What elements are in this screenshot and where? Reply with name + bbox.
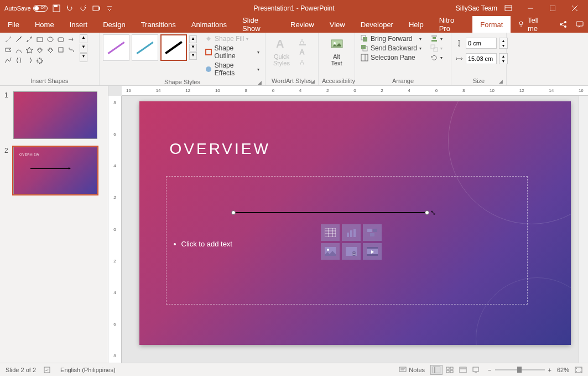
tab-format[interactable]: Format — [472, 16, 511, 33]
minimize-button[interactable] — [519, 0, 542, 16]
alt-text-button[interactable]: Alt Text — [324, 34, 350, 69]
vertical-scrollbar[interactable] — [579, 96, 588, 363]
svg-rect-1 — [54, 5, 58, 7]
shape-fill-button[interactable]: Shape Fill▾ — [202, 34, 262, 43]
user-name[interactable]: SillySac Team — [456, 4, 497, 12]
rotate-button[interactable]: ▾ — [428, 53, 445, 62]
tab-review[interactable]: Review — [283, 16, 322, 33]
slide-thumbnail-panel[interactable]: 1 2 OVERVIEW — [0, 86, 108, 363]
undo-icon[interactable] — [65, 4, 74, 13]
normal-view-button[interactable] — [430, 365, 443, 375]
tab-nitro[interactable]: Nitro Pro — [431, 16, 473, 33]
svg-rect-31 — [363, 37, 367, 42]
align-button[interactable]: ▾ — [428, 34, 445, 43]
svg-rect-72 — [450, 370, 453, 373]
slide-title[interactable]: OVERVIEW — [170, 140, 270, 158]
autosave-label: AutoSave — [4, 5, 31, 12]
styles-more-icon[interactable]: ▾ — [189, 52, 197, 60]
insert-chart-icon[interactable] — [342, 224, 361, 241]
svg-rect-64 — [399, 367, 406, 372]
width-input[interactable] — [466, 53, 497, 64]
bring-forward-button[interactable]: Bring Forward▾ — [358, 34, 424, 43]
selection-pane-button[interactable]: Selection Pane — [358, 53, 424, 62]
tab-slideshow[interactable]: Slide Show — [235, 16, 283, 33]
text-outline-button: A — [296, 47, 310, 57]
styles-up-icon[interactable]: ▲ — [189, 35, 197, 43]
wordart-launcher-icon[interactable]: ◢ — [311, 79, 315, 84]
slide-counter[interactable]: Slide 2 of 2 — [6, 367, 36, 373]
slide-sorter-view-button[interactable] — [444, 365, 456, 375]
slide-canvas[interactable]: OVERVIEW ⤡ Click to add text — [139, 101, 571, 345]
insert-table-icon[interactable] — [321, 224, 340, 241]
shape-effects-button[interactable]: Shape Effects▾ — [202, 61, 262, 78]
tab-home[interactable]: Home — [27, 16, 62, 33]
reading-view-button[interactable] — [457, 365, 469, 375]
insert-online-pictures-icon[interactable] — [342, 243, 361, 260]
slide-thumbnail-1[interactable] — [13, 91, 97, 139]
shape-styles-launcher-icon[interactable]: ◢ — [258, 80, 262, 85]
gallery-down-icon[interactable]: ▼ — [80, 44, 87, 53]
svg-rect-75 — [473, 367, 478, 372]
spell-check-icon[interactable] — [44, 366, 53, 374]
width-up[interactable]: ▲ — [499, 54, 507, 59]
insert-smartart-icon[interactable] — [363, 224, 382, 241]
zoom-in-button[interactable]: + — [548, 367, 551, 373]
zoom-level[interactable]: 62% — [557, 367, 569, 373]
svg-point-56 — [327, 249, 329, 251]
group-shape-styles: Shape Styles◢ — [103, 78, 262, 86]
autosave-toggle[interactable]: AutoSave Off — [4, 5, 48, 12]
content-placeholder-text[interactable]: Click to add text — [174, 240, 233, 248]
ribbon-display-icon[interactable] — [504, 4, 513, 13]
shape-styles-gallery[interactable]: ▲ ▼ ▾ — [103, 34, 197, 61]
fit-to-window-button[interactable] — [575, 367, 582, 373]
tab-view[interactable]: View — [322, 16, 353, 33]
maximize-button[interactable] — [542, 0, 564, 16]
size-launcher-icon[interactable]: ◢ — [499, 79, 503, 84]
share-icon[interactable] — [555, 20, 571, 29]
shapes-gallery[interactable] — [3, 34, 76, 65]
start-from-beginning-icon[interactable] — [92, 4, 101, 13]
redo-icon[interactable] — [79, 4, 87, 13]
horizontal-ruler[interactable]: 1614121086420246810121416 — [122, 86, 588, 96]
fill-icon — [205, 35, 212, 43]
insert-video-icon[interactable] — [363, 243, 382, 260]
language-status[interactable]: English (Philippines) — [60, 367, 116, 373]
tab-developer[interactable]: Developer — [353, 16, 401, 33]
width-down[interactable]: ▼ — [499, 59, 507, 64]
svg-text:A: A — [300, 59, 304, 66]
line-handle-end[interactable] — [425, 210, 429, 215]
height-up[interactable]: ▲ — [499, 38, 507, 43]
zoom-slider[interactable]: − + — [488, 367, 551, 373]
quick-styles-button: A Quick Styles — [269, 34, 294, 69]
zoom-out-button[interactable]: − — [488, 367, 491, 373]
vertical-ruler[interactable]: 864202468 — [108, 96, 122, 363]
effects-icon — [205, 65, 212, 73]
close-button[interactable] — [564, 0, 586, 16]
shape-outline-button[interactable]: Shape Outline▾ — [202, 44, 262, 60]
group-accessibility: Accessibility — [322, 76, 351, 85]
tab-transitions[interactable]: Transitions — [133, 16, 184, 33]
slide-thumbnail-2[interactable]: OVERVIEW — [13, 147, 97, 194]
line-handle-start[interactable] — [231, 210, 236, 215]
tab-insert[interactable]: Insert — [62, 16, 96, 33]
tell-me-search[interactable]: Tell me — [511, 16, 555, 33]
tab-file[interactable]: File — [0, 16, 27, 33]
tab-animations[interactable]: Animations — [184, 16, 235, 33]
height-down[interactable]: ▼ — [499, 43, 507, 48]
qat-more-icon[interactable] — [105, 4, 114, 13]
comments-icon[interactable] — [571, 20, 588, 29]
gallery-more-icon[interactable]: ▾ — [80, 53, 87, 62]
line-shape[interactable]: ⤡ — [233, 212, 427, 213]
svg-point-13 — [564, 25, 566, 28]
insert-pictures-icon[interactable] — [321, 243, 340, 260]
text-effects-button: A — [296, 58, 310, 68]
gallery-up-icon[interactable]: ▲ — [80, 34, 87, 43]
tab-help[interactable]: Help — [401, 16, 431, 33]
styles-down-icon[interactable]: ▼ — [189, 44, 197, 51]
slideshow-view-button[interactable] — [470, 365, 482, 375]
save-icon[interactable] — [52, 4, 61, 13]
notes-button[interactable]: Notes — [399, 367, 425, 373]
send-backward-button[interactable]: Send Backward▾ — [358, 44, 424, 53]
tab-design[interactable]: Design — [95, 16, 133, 33]
height-input[interactable] — [466, 38, 497, 49]
